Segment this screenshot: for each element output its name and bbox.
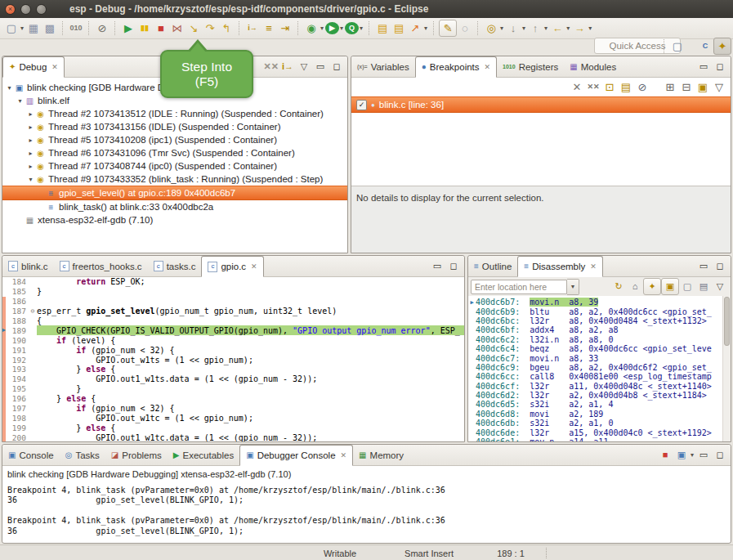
- maximize-icon[interactable]: ◻: [712, 447, 728, 463]
- code-text[interactable]: GPIO.out1_w1ts.data = (1 << (gpio_num - …: [37, 374, 464, 384]
- code-line[interactable]: 197 if (gpio_num < 32) {: [2, 404, 464, 414]
- window-minimize-button[interactable]: [20, 4, 31, 15]
- tab-breakpoints[interactable]: ●Breakpoints✕: [415, 56, 497, 78]
- tab-variables[interactable]: (x)=Variables: [351, 56, 415, 77]
- code-text[interactable]: } else {: [37, 365, 464, 374]
- debug-tree-row[interactable]: ▾◉Thread #9 1073433352 (blink_task : Run…: [2, 172, 347, 186]
- disassembly-row[interactable]: 400dc6c4: beqza8, 0x400dc6cc <gpio_set_l…: [468, 344, 723, 353]
- refresh-icon[interactable]: ↻: [610, 279, 627, 294]
- editor-tab-freertos-hooks-c[interactable]: cfreertos_hooks.c: [54, 256, 148, 276]
- debug-tree-row[interactable]: ▸◉Thread #2 1073413512 (IDLE : Running) …: [2, 107, 347, 120]
- maximize-icon[interactable]: ◻: [329, 59, 345, 74]
- tab-memory[interactable]: ▦Memory: [353, 445, 409, 465]
- tab-disassembly[interactable]: ≡Disassembly✕: [517, 256, 603, 277]
- cdt-perspective-icon[interactable]: C: [697, 38, 713, 54]
- link-with-debug-icon[interactable]: ▣: [695, 79, 711, 95]
- debug-tree-row[interactable]: ▸◉Thread #6 1073431096 (Tmr Svc) (Suspen…: [2, 146, 347, 159]
- run-dropdown-icon[interactable]: ▾: [340, 25, 343, 32]
- debug-tree-row[interactable]: ≡gpio_set_level() at gpio.c:189 0x400dc6…: [2, 186, 347, 200]
- code-line[interactable]: 185}: [2, 287, 464, 297]
- maximize-icon[interactable]: ◻: [445, 258, 462, 274]
- collapse-all-icon[interactable]: ⊟: [678, 79, 695, 95]
- display-console-dropdown-icon[interactable]: ▾: [691, 451, 694, 459]
- code-text[interactable]: {: [37, 316, 464, 326]
- breakpoint-row[interactable]: ✓ ● blink.c [line: 36]: [351, 96, 731, 113]
- debug-tree-row[interactable]: ▸◉Thread #3 1073413156 (IDLE) (Suspended…: [2, 120, 347, 133]
- view-menu-icon[interactable]: ▽: [296, 59, 312, 74]
- code-line[interactable]: 191 if (gpio_num < 32) {: [2, 345, 464, 355]
- debug-icon[interactable]: ◉: [303, 20, 320, 36]
- tree-expander-icon[interactable]: ▸: [26, 110, 35, 118]
- previous-annotation-icon[interactable]: ↑: [527, 20, 543, 36]
- debug-tree-row[interactable]: ▸◉Thread #5 1073410208 (ipc1) (Suspended…: [2, 133, 347, 146]
- remove-all-terminated-icon[interactable]: ✕✕: [263, 59, 279, 74]
- code-text[interactable]: if (gpio_num < 32) {: [37, 404, 464, 414]
- suspend-icon[interactable]: ▮▮: [136, 20, 153, 36]
- code-line[interactable]: 194 GPIO.out1_w1ts.data = (1 << (gpio_nu…: [2, 374, 464, 384]
- disassembly-row[interactable]: 400dc6db: s32ia2, a1, 0: [468, 419, 723, 428]
- mark-occurrences-icon[interactable]: ✎: [439, 20, 457, 37]
- export-icon[interactable]: ▤: [695, 279, 712, 294]
- code-line[interactable]: 195 }: [2, 384, 464, 394]
- tab-registers[interactable]: 1010Registers: [497, 56, 564, 77]
- editor-tab-gpio-c[interactable]: cgpio.c✕: [201, 256, 263, 277]
- pin-editor-dropdown-icon[interactable]: ▾: [500, 25, 503, 32]
- build-icon[interactable]: 010: [68, 20, 84, 36]
- use-step-filters-icon[interactable]: ⇥: [277, 20, 293, 36]
- home-icon[interactable]: ⌂: [627, 279, 643, 294]
- disassembly-scrollbar[interactable]: [722, 296, 731, 441]
- flash-target-icon[interactable]: ↗: [407, 20, 423, 36]
- code-line[interactable]: ▶189 GPIO_CHECK(GPIO_IS_VALID_OUTPUT_GPI…: [2, 325, 464, 335]
- sync-selection-icon[interactable]: ▣: [661, 278, 679, 295]
- forward-icon[interactable]: →: [571, 20, 588, 36]
- tree-expander-icon[interactable]: ▸: [26, 150, 35, 157]
- disassembly-row[interactable]: ▶400dc6b7: movi.na8, 39: [468, 298, 723, 307]
- step-into-icon[interactable]: ↘: [185, 20, 202, 36]
- terminate-console-icon[interactable]: ■: [657, 447, 673, 463]
- debug-dropdown-icon[interactable]: ▾: [320, 25, 324, 32]
- maximize-icon[interactable]: ◻: [712, 59, 728, 74]
- show-all-threads-icon[interactable]: ≡: [261, 20, 277, 36]
- skip-all-breakpoints-icon[interactable]: ⊘: [94, 20, 110, 36]
- code-text[interactable]: } else {: [37, 394, 464, 404]
- save-all-icon[interactable]: ▩: [42, 20, 58, 36]
- code-text[interactable]: esp_err_t gpio_set_level(gpio_num_t gpio…: [37, 307, 464, 316]
- debug-tree-row[interactable]: ▸◉Thread #7 1073408744 (ipc0) (Suspended…: [2, 159, 347, 172]
- code-text[interactable]: [37, 297, 464, 307]
- goto-file-icon[interactable]: ▤: [618, 79, 634, 95]
- code-text[interactable]: }: [37, 384, 464, 394]
- disassembly-row[interactable]: 400dc6c7: movi.na8, 33: [468, 353, 723, 362]
- disassembly-row[interactable]: 400dc6e1: mov.na14, a11: [468, 437, 723, 441]
- debug-tree-row[interactable]: ▦xtensa-esp32-elf-gdb (7.10): [2, 213, 347, 226]
- location-dropdown-icon[interactable]: ▼: [567, 279, 579, 295]
- toggle-annotations-icon[interactable]: ◌: [457, 20, 473, 36]
- profile-icon[interactable]: Q: [345, 22, 359, 34]
- code-text[interactable]: if (gpio_num < 32) {: [37, 345, 464, 355]
- tab-outline[interactable]: ≡Outline: [468, 256, 517, 276]
- disassembly-row[interactable]: 400dc6d5: s32ia2, a1, 4: [468, 400, 723, 409]
- close-tab-icon[interactable]: ✕: [485, 63, 491, 71]
- code-editor[interactable]: 184 return ESP_OK;185}186187⊖esp_err_t g…: [2, 277, 464, 441]
- code-line[interactable]: 186: [2, 297, 464, 307]
- instruction-stepping-icon[interactable]: i→: [244, 20, 261, 36]
- tab-console[interactable]: ▣Console: [2, 445, 60, 465]
- code-line[interactable]: 190 if (level) {: [2, 335, 464, 345]
- step-over-icon[interactable]: ↷: [202, 20, 218, 36]
- disassembly-row[interactable]: 400dc6c2: l32i.na8, a8, 0: [468, 335, 723, 344]
- close-tab-icon[interactable]: ✕: [251, 262, 257, 271]
- code-text[interactable]: GPIO.out1_w1tc.data = (1 << (gpio_num - …: [37, 432, 464, 441]
- profile-dropdown-icon[interactable]: ▾: [360, 25, 363, 32]
- next-annotation-icon[interactable]: ↓: [505, 20, 521, 36]
- open-project-icon[interactable]: ▤: [374, 20, 391, 36]
- disassembly-row[interactable]: 400dc6cc: call80x40081e00 <esp_log_times…: [468, 372, 723, 381]
- terminate-icon[interactable]: ■: [153, 20, 169, 36]
- save-icon[interactable]: ▦: [25, 20, 42, 36]
- step-return-icon[interactable]: ↰: [218, 20, 235, 36]
- disassembly-row[interactable]: 400dc6cf: l32ra11, 0x400d048c <_stext+11…: [468, 382, 723, 391]
- code-text[interactable]: return ESP_OK;: [37, 277, 464, 287]
- tree-expander-icon[interactable]: ▾: [5, 84, 14, 92]
- tree-expander-icon[interactable]: ▸: [26, 163, 35, 170]
- copy-icon[interactable]: ▢: [679, 279, 695, 294]
- code-line[interactable]: 184 return ESP_OK;: [2, 277, 464, 287]
- new-wizard-icon[interactable]: ▢: [3, 20, 20, 36]
